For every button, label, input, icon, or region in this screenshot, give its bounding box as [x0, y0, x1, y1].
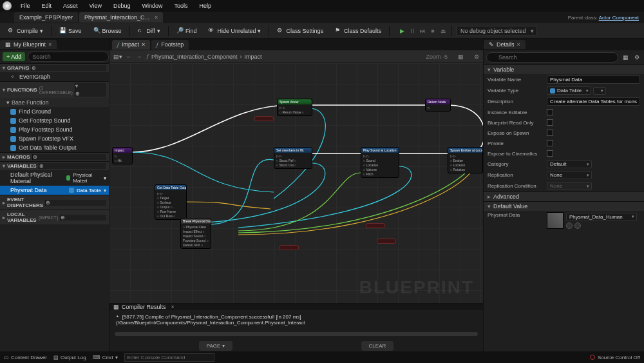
expose-on-spawn-checkbox[interactable]: [547, 130, 553, 136]
fn-find-ground[interactable]: Find Ground: [0, 107, 109, 116]
replication-select[interactable]: None: [547, 171, 592, 179]
menu-view[interactable]: View: [84, 1, 107, 10]
menu-debug[interactable]: Debug: [108, 1, 136, 10]
add-function-button[interactable]: ⊕: [75, 91, 106, 97]
category-variable[interactable]: ▾Variable: [484, 64, 644, 74]
grid-icon[interactable]: ▦: [621, 53, 630, 62]
blueprint-readonly-checkbox[interactable]: [547, 119, 553, 126]
browse-to-asset-button[interactable]: [574, 222, 581, 229]
use-selected-asset-button[interactable]: [566, 222, 573, 229]
add-graph-button[interactable]: ⊕: [32, 65, 106, 71]
node-break-hit[interactable]: Break Physmat Data○ Physmat DataImpact E…: [180, 218, 211, 249]
close-icon[interactable]: ×: [517, 41, 520, 48]
close-icon[interactable]: ×: [155, 14, 158, 21]
fn-spawn-footstep-vfx[interactable]: Spawn Footstep VFX: [0, 134, 109, 143]
category-default-value[interactable]: ▾Default Value: [484, 201, 644, 211]
graphs-section[interactable]: ▾GRAPHS⊕: [0, 63, 109, 72]
add-variable-button[interactable]: ⊕: [39, 163, 106, 169]
chevron-down-icon[interactable]: ▾: [104, 188, 106, 193]
eject-button[interactable]: ⏏: [439, 26, 448, 35]
class-settings-button[interactable]: ⚙Class Settings: [273, 25, 327, 36]
variable-type-select[interactable]: Data Table: [547, 86, 591, 95]
debug-object-select[interactable]: No debug object selected: [456, 26, 537, 36]
fn-get-data-table-output[interactable]: Get Data Table Output: [0, 143, 109, 152]
macros-section[interactable]: ▸MACROS⊕: [0, 152, 109, 161]
node-set-members[interactable]: Set members in Hit▷ ▷○ Struct Ref ○○ Str…: [274, 147, 312, 169]
nav-forward-button[interactable]: →: [136, 54, 142, 60]
add-macro-button[interactable]: ⊕: [33, 154, 106, 160]
diff-button[interactable]: ⎌Diff▾: [134, 25, 164, 36]
menu-tools[interactable]: Tools: [169, 1, 193, 10]
physmat-data-asset-select[interactable]: Physmat_Data_Human: [566, 213, 637, 221]
var-physmat-data[interactable]: Physmat Data Data Table▾: [0, 186, 109, 195]
compiler-scrollbar[interactable]: [115, 332, 478, 336]
node-impact-entry[interactable]: Impact▷○ Hit: [112, 147, 133, 164]
description-field[interactable]: [547, 97, 640, 106]
node-light-impact-2[interactable]: [279, 245, 299, 250]
chevron-down-icon[interactable]: ▾: [258, 28, 261, 34]
close-icon[interactable]: ×: [171, 304, 175, 310]
node-get-data-table[interactable]: Get Data Table Output▷ ▷○ Target○ Surfac…: [155, 184, 187, 220]
override-button[interactable]: ▾: [75, 83, 106, 89]
gear-icon[interactable]: ⚙: [474, 54, 479, 60]
add-local-var-button[interactable]: ⊕: [61, 215, 106, 221]
save-button[interactable]: 💾Save: [55, 25, 86, 36]
graph-tab-impact[interactable]: 𝑓Impact×: [112, 40, 150, 50]
menu-edit[interactable]: Edit: [37, 1, 57, 10]
fn-play-footstep-sound[interactable]: Play Footstep Sound: [0, 125, 109, 134]
replication-condition-select[interactable]: None: [547, 182, 592, 190]
node-light-impact-3[interactable]: [366, 223, 385, 228]
variable-name-field[interactable]: [547, 75, 640, 84]
instance-editable-checkbox[interactable]: [547, 109, 553, 115]
category-advanced[interactable]: ▸Advanced: [484, 191, 644, 201]
add-dispatcher-button[interactable]: ⊕: [46, 200, 106, 206]
node-graph-canvas[interactable]: Impact▷○ Hit Spawn Arrow▷ ▷○ Return Valu…: [109, 63, 483, 303]
node-light-impact-4[interactable]: [377, 239, 396, 244]
stop-button[interactable]: ■: [428, 26, 437, 35]
tab-physmat-interaction[interactable]: Physmat_Interaction_C... ×: [79, 12, 163, 23]
menu-window[interactable]: Window: [137, 1, 167, 10]
play-button[interactable]: ▶: [397, 26, 406, 35]
asset-thumbnail[interactable]: [547, 212, 564, 229]
my-blueprint-search[interactable]: [28, 52, 109, 62]
parent-class-link[interactable]: Actor Component: [599, 15, 639, 21]
class-defaults-button[interactable]: ⚑Class Defaults: [331, 25, 385, 36]
chevron-down-icon[interactable]: ▾: [40, 28, 43, 34]
private-checkbox[interactable]: [547, 140, 553, 146]
content-drawer-button[interactable]: ▭Content Drawer: [4, 355, 47, 360]
my-blueprint-tab[interactable]: ▦ My Blueprint ×: [0, 40, 57, 49]
node-spawn-emitter[interactable]: Spawn Emitter at Location▷ ▷○ Emitter○ L…: [448, 147, 483, 173]
event-dispatchers-section[interactable]: ▸EVENT DISPATCHERS⊕: [0, 195, 109, 210]
tab-fps-player[interactable]: Example_FPSPlayer: [14, 12, 78, 23]
node-return[interactable]: Return Node▷: [425, 99, 451, 112]
hide-unrelated-button[interactable]: 👁Hide Unrelated▾: [204, 25, 265, 36]
grid-icon[interactable]: ▦: [458, 54, 464, 60]
console-command-input[interactable]: [124, 353, 214, 362]
gear-icon[interactable]: ⚙: [632, 53, 641, 62]
menu-help[interactable]: Help: [194, 1, 216, 10]
functions-section[interactable]: ▾FUNCTIONS (3 OVERRIDABLE)▾⊕: [0, 81, 109, 98]
menu-file[interactable]: File: [15, 1, 35, 10]
output-log-button[interactable]: ▤Output Log: [53, 355, 86, 360]
compile-button[interactable]: ⚙Compile▾: [4, 25, 47, 36]
chevron-down-icon[interactable]: ▾: [104, 175, 106, 181]
menu-asset[interactable]: Asset: [58, 1, 83, 10]
var-default-physical-material[interactable]: Default Physical Material Physical Mater…: [0, 170, 109, 186]
breadcrumb-component[interactable]: Physmat_Interaction_Component: [151, 54, 238, 60]
details-tab[interactable]: ✎ Details ×: [484, 40, 526, 49]
compiler-clear-button[interactable]: CLEAR: [361, 341, 394, 351]
container-type-select[interactable]: [593, 87, 606, 95]
nav-back-button[interactable]: ←: [126, 54, 132, 60]
step-button[interactable]: ⏭: [418, 26, 427, 35]
browse-button[interactable]: 🔍Browse: [90, 25, 126, 36]
variables-section[interactable]: ▾VARIABLES⊕: [0, 161, 109, 170]
pause-button[interactable]: ⏸: [408, 26, 417, 35]
compiler-page-button[interactable]: PAGE ▾: [199, 341, 232, 351]
breadcrumb-function[interactable]: Impact: [245, 54, 262, 60]
find-button[interactable]: 🔎Find: [173, 25, 201, 36]
node-play-sound[interactable]: Play Sound at Location▷ ▷○ Sound○ Locati…: [361, 147, 399, 178]
fn-get-footstep-sound[interactable]: Get Footstep Sound: [0, 116, 109, 125]
close-icon[interactable]: ×: [142, 41, 145, 48]
graph-tab-footstep[interactable]: 𝑓Footstep: [151, 40, 189, 50]
node-light-impact-1[interactable]: [254, 116, 274, 121]
